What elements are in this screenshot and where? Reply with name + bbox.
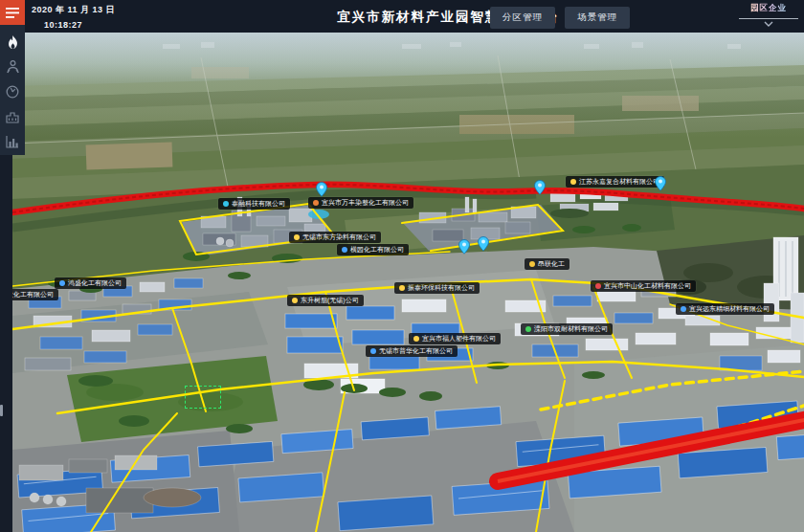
current-time: 10:18:27 (44, 20, 115, 30)
enterprise-label[interactable]: 鸿盛化工有限公司 (55, 277, 126, 289)
enterprise-label[interactable]: 昂联化工 (525, 258, 570, 270)
enterprise-marker-icon (294, 234, 300, 240)
enterprise-label-text: 泰融科技有限公司 (232, 200, 285, 208)
enterprise-label-text: 鸿盛化工有限公司 (68, 279, 122, 287)
factory-icon (6, 111, 19, 123)
gauge-icon (6, 85, 19, 99)
main-menu-button[interactable] (0, 0, 25, 25)
chevron-down-icon (764, 21, 773, 27)
sidebar-scroll-indicator[interactable] (0, 405, 3, 416)
header-datetime: 2020 年 11 月 13 日 10:18:27 (32, 4, 115, 30)
map-viewport[interactable]: 鸿盛化工有限公司兴业化工有限公司泰融科技有限公司宜兴市万丰染整化工有限公司无锡市… (12, 33, 804, 532)
enterprise-label[interactable]: 无锡市东方染料有限公司 (289, 232, 381, 243)
park-enterprise-dropdown[interactable]: 园区企业 (737, 3, 800, 27)
enterprise-label-text: 昂联化工 (538, 260, 565, 268)
enterprise-label[interactable]: 宜兴远东精细材料有限公司 (676, 303, 774, 315)
enterprise-label[interactable]: 振泰环保科技有限公司 (394, 282, 480, 294)
enterprise-label-text: 江苏永嘉复合材料有限公司 (579, 178, 659, 186)
enterprise-label[interactable]: 泰融科技有限公司 (218, 198, 290, 210)
enterprise-label[interactable]: 东升树脂(无锡)公司 (287, 295, 364, 306)
sidebar-collapsed-strip (0, 155, 12, 532)
sidebar-item-personnel[interactable] (0, 55, 25, 79)
enterprise-label-text: 无锡市东方染料有限公司 (302, 233, 376, 241)
enterprise-marker-icon (292, 298, 298, 303)
sidebar-item-fire-monitor[interactable] (0, 30, 25, 55)
enterprise-marker-icon (681, 306, 686, 312)
enterprise-label-text: 宜兴市万丰染整化工有限公司 (322, 199, 409, 207)
enterprise-marker-icon (59, 280, 65, 286)
enterprise-marker-icon (529, 261, 535, 267)
enterprise-label[interactable]: 无锡市普华化工有限公司 (366, 345, 458, 357)
zone-manage-button[interactable]: 分区管理 (490, 7, 555, 29)
flame-icon (7, 35, 19, 50)
enterprise-label-text: 振泰环保科技有限公司 (408, 284, 475, 292)
enterprise-marker-icon (570, 179, 576, 185)
enterprise-label-text: 宜兴市福人塑件有限公司 (422, 335, 496, 343)
map-pin-icon[interactable] (655, 176, 666, 195)
menu-icon (6, 8, 19, 18)
map-pin-icon[interactable] (316, 182, 327, 201)
enterprise-label[interactable]: 兴业化工有限公司 (12, 289, 58, 300)
enterprise-label[interactable]: 横园化工有限公司 (337, 244, 409, 255)
map-pin-icon[interactable] (458, 239, 470, 258)
enterprise-label[interactable]: 宜兴市中山化工材料有限公司 (591, 280, 696, 292)
sidebar-item-statistics[interactable] (0, 129, 25, 154)
enterprise-label-text: 横园化工有限公司 (350, 246, 404, 254)
sidebar-item-dashboard[interactable] (0, 79, 25, 104)
map-selection-box[interactable] (185, 386, 221, 409)
map-pin-icon[interactable] (534, 180, 546, 199)
enterprise-marker-icon (223, 201, 229, 207)
map-pin-icon[interactable] (478, 236, 489, 255)
enterprise-label[interactable]: 宜兴市福人塑件有限公司 (409, 333, 501, 344)
header-bar: 2020 年 11 月 13 日 10:18:27 宜兴市新材料产业园智慧管理平… (0, 0, 804, 33)
header-buttons: 分区管理 场景管理 (490, 7, 630, 29)
sidebar-item-enterprise[interactable] (0, 104, 25, 129)
scene-manage-button[interactable]: 场景管理 (565, 7, 630, 29)
park-enterprise-label: 园区企业 (750, 3, 787, 14)
enterprise-marker-icon (413, 336, 419, 342)
map-overlay: 鸿盛化工有限公司兴业化工有限公司泰融科技有限公司宜兴市万丰染整化工有限公司无锡市… (12, 33, 804, 532)
sidebar (0, 25, 25, 155)
enterprise-marker-icon (399, 285, 405, 291)
bar-chart-icon (6, 136, 19, 148)
enterprise-label-text: 溧阳市双耐材料有限公司 (534, 325, 608, 333)
enterprise-label-text: 宜兴远东精细材料有限公司 (689, 305, 770, 313)
person-icon (7, 60, 19, 74)
enterprise-marker-icon (595, 283, 601, 289)
enterprise-label[interactable]: 江苏永嘉复合材料有限公司 (566, 176, 664, 188)
enterprise-label[interactable]: 溧阳市双耐材料有限公司 (521, 323, 613, 335)
enterprise-label-text: 东升树脂(无锡)公司 (301, 297, 359, 304)
enterprise-label-text: 兴业化工有限公司 (12, 291, 54, 299)
dropdown-underline (739, 18, 798, 19)
enterprise-marker-icon (525, 326, 531, 332)
enterprise-label-text: 宜兴市中山化工材料有限公司 (604, 282, 691, 290)
enterprise-label-text: 无锡市普华化工有限公司 (379, 347, 453, 355)
enterprise-marker-icon (342, 247, 347, 253)
enterprise-marker-icon (370, 348, 376, 354)
current-date: 2020 年 11 月 13 日 (32, 4, 115, 16)
